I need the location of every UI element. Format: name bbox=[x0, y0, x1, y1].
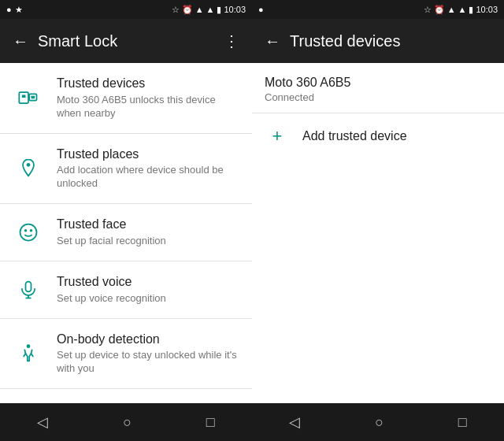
wifi-icon: ▲ bbox=[206, 5, 215, 14]
trusted-devices-subtitle: Moto 360 A6B5 unlocks this device when n… bbox=[57, 94, 239, 120]
left-home-nav[interactable]: ○ bbox=[107, 408, 147, 437]
right-back-nav[interactable]: ◁ bbox=[273, 407, 316, 437]
add-trusted-device-button[interactable]: + Add trusted device bbox=[252, 113, 504, 159]
trusted-face-text: Trusted face Set up facial recognition bbox=[57, 217, 239, 248]
right-top-bar: ← Trusted devices bbox=[252, 19, 504, 63]
left-status-bar: ● ★ ☆ ⏰ ▲ ▲ ▮ 10:03 bbox=[0, 0, 252, 19]
right-panel: ● ☆ ⏰ ▲ ▲ ▮ 10:03 ← Trusted devices Moto… bbox=[252, 0, 504, 441]
left-status-right: ☆ ⏰ ▲ ▲ ▮ 10:03 bbox=[172, 5, 246, 15]
right-notification-dot: ● bbox=[258, 5, 264, 14]
right-status-right: ☆ ⏰ ▲ ▲ ▮ 10:03 bbox=[424, 5, 498, 15]
on-body-text: On-body detection Set up device to stay … bbox=[57, 332, 239, 376]
trusted-places-title: Trusted places bbox=[57, 146, 239, 163]
right-signal-icon: ▲ bbox=[447, 5, 456, 14]
svg-point-6 bbox=[24, 229, 28, 232]
left-bottom-nav: ◁ ○ □ bbox=[0, 403, 252, 441]
on-body-icon bbox=[13, 343, 44, 365]
right-bottom-nav: ◁ ○ □ bbox=[252, 403, 504, 441]
on-body-subtitle: Set up device to stay unlocked while it'… bbox=[57, 349, 239, 376]
trusted-devices-icon bbox=[13, 87, 44, 109]
more-options-button[interactable]: ⋮ bbox=[224, 32, 239, 50]
trusted-places-text: Trusted places Add location where device… bbox=[57, 146, 239, 191]
trusted-face-icon bbox=[13, 221, 44, 243]
left-page-title: Smart Lock bbox=[38, 32, 214, 50]
alarm-icon: ⏰ bbox=[182, 5, 193, 15]
right-home-nav[interactable]: ○ bbox=[359, 408, 399, 437]
trusted-face-title: Trusted face bbox=[57, 217, 239, 233]
svg-rect-1 bbox=[22, 95, 26, 98]
right-status-icons: ● bbox=[258, 5, 264, 14]
signal-icon: ▲ bbox=[195, 5, 204, 14]
menu-item-trusted-face[interactable]: Trusted face Set up facial recognition bbox=[0, 204, 252, 261]
bluetooth-status-icon: ☆ bbox=[172, 5, 180, 15]
left-recent-nav[interactable]: □ bbox=[191, 408, 231, 437]
left-back-button[interactable]: ← bbox=[13, 32, 28, 50]
trusted-places-subtitle: Add location where device should be unlo… bbox=[57, 164, 239, 191]
right-alarm-icon: ⏰ bbox=[434, 5, 445, 15]
menu-item-trusted-voice[interactable]: Trusted voice Set up voice recognition bbox=[0, 261, 252, 319]
right-content: Moto 360 A6B5 Connected + Add trusted de… bbox=[252, 63, 504, 403]
trusted-voice-title: Trusted voice bbox=[57, 274, 239, 291]
menu-item-on-body[interactable]: On-body detection Set up device to stay … bbox=[0, 319, 252, 390]
trusted-places-icon bbox=[13, 158, 44, 180]
left-menu-list: Trusted devices Moto 360 A6B5 unlocks th… bbox=[0, 63, 252, 403]
notification-dot: ● bbox=[6, 5, 12, 14]
left-time: 10:03 bbox=[224, 5, 246, 14]
right-battery-icon: ▮ bbox=[469, 5, 473, 15]
svg-point-7 bbox=[30, 229, 33, 232]
battery-icon: ▮ bbox=[217, 5, 221, 15]
add-device-label: Add trusted device bbox=[302, 129, 407, 143]
menu-item-trusted-places[interactable]: Trusted places Add location where device… bbox=[0, 134, 252, 205]
svg-point-11 bbox=[27, 344, 31, 348]
trusted-voice-subtitle: Set up voice recognition bbox=[57, 292, 239, 306]
right-page-title: Trusted devices bbox=[290, 32, 491, 50]
left-back-nav[interactable]: ◁ bbox=[21, 407, 64, 437]
trusted-voice-text: Trusted voice Set up voice recognition bbox=[57, 274, 239, 306]
device-item-moto360[interactable]: Moto 360 A6B5 Connected bbox=[252, 63, 504, 113]
right-recent-nav[interactable]: □ bbox=[443, 408, 483, 437]
device-status: Connected bbox=[265, 91, 491, 103]
left-panel: ● ★ ☆ ⏰ ▲ ▲ ▮ 10:03 ← Smart Lock ⋮ bbox=[0, 0, 252, 441]
trusted-face-subtitle: Set up facial recognition bbox=[57, 235, 239, 248]
trusted-devices-text: Trusted devices Moto 360 A6B5 unlocks th… bbox=[57, 76, 239, 120]
svg-rect-8 bbox=[26, 281, 32, 291]
svg-rect-3 bbox=[32, 96, 35, 99]
right-back-button[interactable]: ← bbox=[265, 32, 280, 50]
right-bluetooth-icon: ☆ bbox=[424, 5, 432, 15]
left-status-icons: ● ★ bbox=[6, 5, 23, 15]
add-icon: + bbox=[265, 126, 290, 146]
left-top-bar: ← Smart Lock ⋮ bbox=[0, 19, 252, 63]
device-name: Moto 360 A6B5 bbox=[265, 76, 491, 90]
trusted-voice-icon bbox=[13, 279, 44, 301]
on-body-title: On-body detection bbox=[57, 332, 239, 348]
right-wifi-icon: ▲ bbox=[458, 5, 467, 14]
right-time: 10:03 bbox=[476, 5, 498, 14]
menu-item-trusted-devices[interactable]: Trusted devices Moto 360 A6B5 unlocks th… bbox=[0, 63, 252, 134]
bluetooth-icon: ★ bbox=[15, 5, 23, 15]
right-status-bar: ● ☆ ⏰ ▲ ▲ ▮ 10:03 bbox=[252, 0, 504, 19]
svg-point-4 bbox=[27, 163, 31, 167]
svg-point-5 bbox=[20, 224, 37, 241]
trusted-devices-title: Trusted devices bbox=[57, 76, 239, 92]
